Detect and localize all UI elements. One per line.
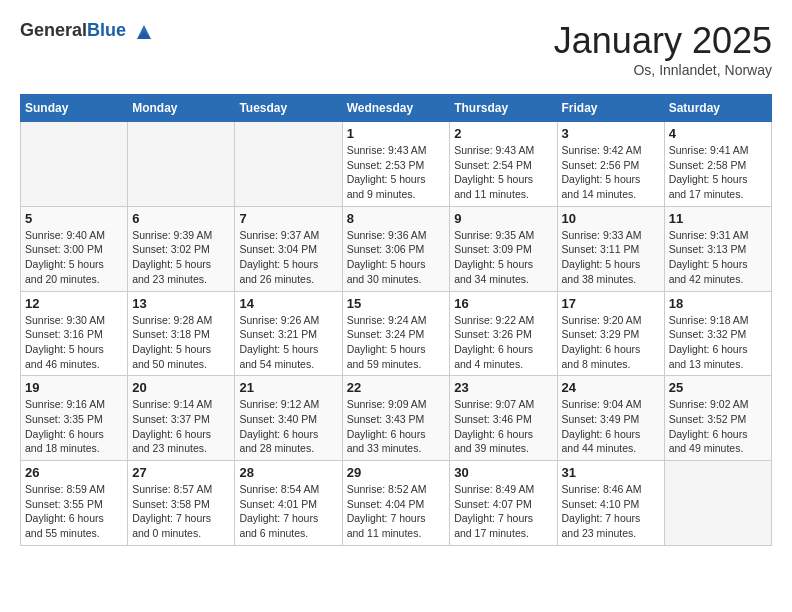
calendar-week-row: 19Sunrise: 9:16 AM Sunset: 3:35 PM Dayli…	[21, 376, 772, 461]
day-info: Sunrise: 9:41 AM Sunset: 2:58 PM Dayligh…	[669, 143, 767, 202]
day-number: 17	[562, 296, 660, 311]
calendar-table: SundayMondayTuesdayWednesdayThursdayFrid…	[20, 94, 772, 546]
day-number: 22	[347, 380, 446, 395]
day-info: Sunrise: 9:07 AM Sunset: 3:46 PM Dayligh…	[454, 397, 552, 456]
calendar-cell: 6Sunrise: 9:39 AM Sunset: 3:02 PM Daylig…	[128, 206, 235, 291]
day-number: 21	[239, 380, 337, 395]
calendar-cell: 7Sunrise: 9:37 AM Sunset: 3:04 PM Daylig…	[235, 206, 342, 291]
calendar-cell: 13Sunrise: 9:28 AM Sunset: 3:18 PM Dayli…	[128, 291, 235, 376]
day-info: Sunrise: 9:33 AM Sunset: 3:11 PM Dayligh…	[562, 228, 660, 287]
day-number: 3	[562, 126, 660, 141]
day-info: Sunrise: 9:09 AM Sunset: 3:43 PM Dayligh…	[347, 397, 446, 456]
calendar-cell: 10Sunrise: 9:33 AM Sunset: 3:11 PM Dayli…	[557, 206, 664, 291]
day-info: Sunrise: 9:37 AM Sunset: 3:04 PM Dayligh…	[239, 228, 337, 287]
day-number: 24	[562, 380, 660, 395]
day-info: Sunrise: 9:20 AM Sunset: 3:29 PM Dayligh…	[562, 313, 660, 372]
calendar-cell: 23Sunrise: 9:07 AM Sunset: 3:46 PM Dayli…	[450, 376, 557, 461]
day-number: 26	[25, 465, 123, 480]
month-title: January 2025	[554, 20, 772, 62]
day-info: Sunrise: 9:30 AM Sunset: 3:16 PM Dayligh…	[25, 313, 123, 372]
calendar-cell: 22Sunrise: 9:09 AM Sunset: 3:43 PM Dayli…	[342, 376, 450, 461]
day-info: Sunrise: 8:49 AM Sunset: 4:07 PM Dayligh…	[454, 482, 552, 541]
day-info: Sunrise: 8:54 AM Sunset: 4:01 PM Dayligh…	[239, 482, 337, 541]
calendar-cell: 4Sunrise: 9:41 AM Sunset: 2:58 PM Daylig…	[664, 122, 771, 207]
day-number: 18	[669, 296, 767, 311]
calendar-cell: 12Sunrise: 9:30 AM Sunset: 3:16 PM Dayli…	[21, 291, 128, 376]
day-info: Sunrise: 9:18 AM Sunset: 3:32 PM Dayligh…	[669, 313, 767, 372]
calendar-week-row: 12Sunrise: 9:30 AM Sunset: 3:16 PM Dayli…	[21, 291, 772, 376]
day-info: Sunrise: 9:02 AM Sunset: 3:52 PM Dayligh…	[669, 397, 767, 456]
day-number: 5	[25, 211, 123, 226]
day-number: 23	[454, 380, 552, 395]
day-info: Sunrise: 9:43 AM Sunset: 2:54 PM Dayligh…	[454, 143, 552, 202]
calendar-week-row: 5Sunrise: 9:40 AM Sunset: 3:00 PM Daylig…	[21, 206, 772, 291]
day-info: Sunrise: 9:14 AM Sunset: 3:37 PM Dayligh…	[132, 397, 230, 456]
calendar-cell: 15Sunrise: 9:24 AM Sunset: 3:24 PM Dayli…	[342, 291, 450, 376]
day-info: Sunrise: 9:40 AM Sunset: 3:00 PM Dayligh…	[25, 228, 123, 287]
calendar-cell: 20Sunrise: 9:14 AM Sunset: 3:37 PM Dayli…	[128, 376, 235, 461]
calendar-cell: 26Sunrise: 8:59 AM Sunset: 3:55 PM Dayli…	[21, 461, 128, 546]
day-number: 31	[562, 465, 660, 480]
day-info: Sunrise: 9:22 AM Sunset: 3:26 PM Dayligh…	[454, 313, 552, 372]
day-number: 29	[347, 465, 446, 480]
day-number: 14	[239, 296, 337, 311]
day-number: 28	[239, 465, 337, 480]
day-number: 20	[132, 380, 230, 395]
calendar-header: SundayMondayTuesdayWednesdayThursdayFrid…	[21, 95, 772, 122]
calendar-cell	[664, 461, 771, 546]
day-number: 13	[132, 296, 230, 311]
location-text: Os, Innlandet, Norway	[554, 62, 772, 78]
day-number: 7	[239, 211, 337, 226]
calendar-cell	[21, 122, 128, 207]
day-info: Sunrise: 9:12 AM Sunset: 3:40 PM Dayligh…	[239, 397, 337, 456]
day-info: Sunrise: 9:43 AM Sunset: 2:53 PM Dayligh…	[347, 143, 446, 202]
calendar-cell: 19Sunrise: 9:16 AM Sunset: 3:35 PM Dayli…	[21, 376, 128, 461]
day-info: Sunrise: 9:16 AM Sunset: 3:35 PM Dayligh…	[25, 397, 123, 456]
logo-general-text: General	[20, 20, 87, 40]
day-number: 27	[132, 465, 230, 480]
day-info: Sunrise: 9:28 AM Sunset: 3:18 PM Dayligh…	[132, 313, 230, 372]
day-info: Sunrise: 8:46 AM Sunset: 4:10 PM Dayligh…	[562, 482, 660, 541]
logo-blue-text: Blue	[87, 20, 126, 40]
calendar-cell: 25Sunrise: 9:02 AM Sunset: 3:52 PM Dayli…	[664, 376, 771, 461]
calendar-week-row: 26Sunrise: 8:59 AM Sunset: 3:55 PM Dayli…	[21, 461, 772, 546]
title-block: January 2025 Os, Innlandet, Norway	[554, 20, 772, 78]
day-of-week-header: Sunday	[21, 95, 128, 122]
day-info: Sunrise: 9:36 AM Sunset: 3:06 PM Dayligh…	[347, 228, 446, 287]
day-number: 25	[669, 380, 767, 395]
calendar-cell: 29Sunrise: 8:52 AM Sunset: 4:04 PM Dayli…	[342, 461, 450, 546]
logo: GeneralBlue	[20, 20, 155, 43]
calendar-cell: 9Sunrise: 9:35 AM Sunset: 3:09 PM Daylig…	[450, 206, 557, 291]
calendar-cell: 2Sunrise: 9:43 AM Sunset: 2:54 PM Daylig…	[450, 122, 557, 207]
day-of-week-header: Thursday	[450, 95, 557, 122]
day-info: Sunrise: 8:59 AM Sunset: 3:55 PM Dayligh…	[25, 482, 123, 541]
calendar-cell: 1Sunrise: 9:43 AM Sunset: 2:53 PM Daylig…	[342, 122, 450, 207]
day-info: Sunrise: 9:31 AM Sunset: 3:13 PM Dayligh…	[669, 228, 767, 287]
day-info: Sunrise: 9:42 AM Sunset: 2:56 PM Dayligh…	[562, 143, 660, 202]
calendar-cell: 21Sunrise: 9:12 AM Sunset: 3:40 PM Dayli…	[235, 376, 342, 461]
calendar-cell: 17Sunrise: 9:20 AM Sunset: 3:29 PM Dayli…	[557, 291, 664, 376]
day-number: 2	[454, 126, 552, 141]
day-number: 10	[562, 211, 660, 226]
calendar-cell: 27Sunrise: 8:57 AM Sunset: 3:58 PM Dayli…	[128, 461, 235, 546]
calendar-cell: 24Sunrise: 9:04 AM Sunset: 3:49 PM Dayli…	[557, 376, 664, 461]
calendar-body: 1Sunrise: 9:43 AM Sunset: 2:53 PM Daylig…	[21, 122, 772, 546]
calendar-cell: 5Sunrise: 9:40 AM Sunset: 3:00 PM Daylig…	[21, 206, 128, 291]
logo-icon	[133, 21, 155, 43]
day-of-week-header: Tuesday	[235, 95, 342, 122]
day-info: Sunrise: 8:57 AM Sunset: 3:58 PM Dayligh…	[132, 482, 230, 541]
calendar-cell: 11Sunrise: 9:31 AM Sunset: 3:13 PM Dayli…	[664, 206, 771, 291]
day-number: 30	[454, 465, 552, 480]
calendar-cell: 3Sunrise: 9:42 AM Sunset: 2:56 PM Daylig…	[557, 122, 664, 207]
day-number: 16	[454, 296, 552, 311]
header-row: SundayMondayTuesdayWednesdayThursdayFrid…	[21, 95, 772, 122]
day-info: Sunrise: 9:39 AM Sunset: 3:02 PM Dayligh…	[132, 228, 230, 287]
day-number: 12	[25, 296, 123, 311]
day-info: Sunrise: 8:52 AM Sunset: 4:04 PM Dayligh…	[347, 482, 446, 541]
day-number: 8	[347, 211, 446, 226]
calendar-cell: 30Sunrise: 8:49 AM Sunset: 4:07 PM Dayli…	[450, 461, 557, 546]
day-of-week-header: Monday	[128, 95, 235, 122]
day-number: 11	[669, 211, 767, 226]
calendar-cell: 18Sunrise: 9:18 AM Sunset: 3:32 PM Dayli…	[664, 291, 771, 376]
day-number: 6	[132, 211, 230, 226]
